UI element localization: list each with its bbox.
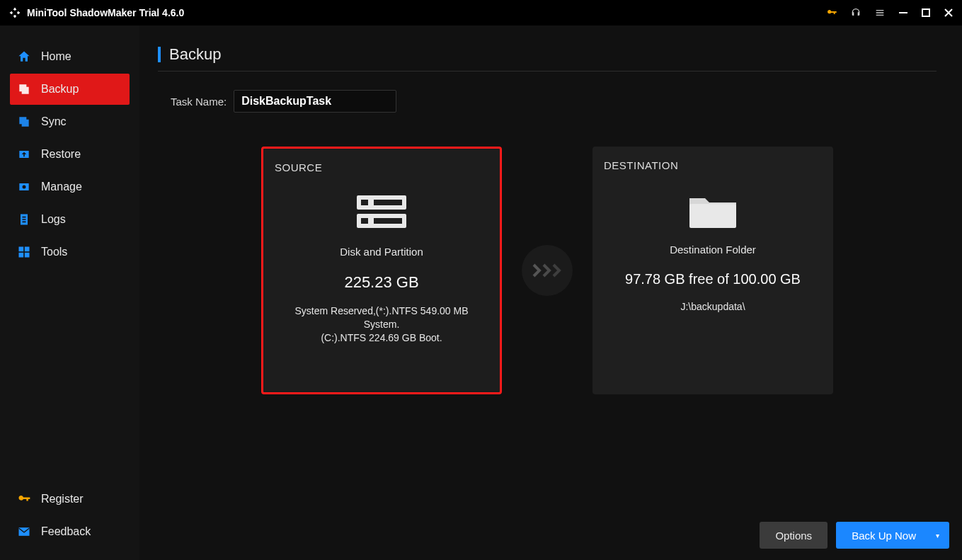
destination-card-title: DESTINATION: [604, 159, 826, 171]
tools-icon: [17, 245, 31, 259]
destination-free-space: 97.78 GB free of 100.00 GB: [600, 271, 826, 287]
titlebar: MiniTool ShadowMaker Trial 4.6.0: [0, 0, 962, 25]
sidebar-item-manage[interactable]: Manage: [10, 171, 130, 202]
destination-card[interactable]: DESTINATION Destination Folder 97.78 GB …: [592, 147, 833, 394]
source-type-label: Disk and Partition: [270, 246, 493, 258]
svg-rect-8: [361, 200, 368, 205]
sync-icon: [17, 115, 31, 129]
svg-rect-1: [922, 9, 929, 16]
header-divider: [158, 71, 937, 72]
disk-icon: [353, 190, 410, 233]
window-maximize-button[interactable]: [921, 8, 931, 18]
titlebar-headset-icon[interactable]: [850, 7, 861, 18]
main-content: Backup Task Name: SOURCE: [139, 25, 962, 560]
sidebar-item-label: Restore: [41, 148, 81, 161]
folder-icon: [685, 188, 741, 231]
home-icon: [17, 50, 31, 64]
svg-rect-9: [374, 200, 402, 205]
restore-icon: [17, 147, 31, 161]
destination-type-label: Destination Folder: [600, 244, 826, 256]
source-card[interactable]: SOURCE Disk and Partition 225.23 GB Syst…: [261, 147, 502, 394]
sidebar-item-sync[interactable]: Sync: [10, 106, 130, 137]
sidebar-item-label: Manage: [41, 181, 82, 193]
backup-now-button-label: Back Up Now: [852, 530, 916, 542]
window-minimize-button[interactable]: [898, 8, 908, 18]
options-button-label: Options: [775, 530, 812, 542]
backup-now-button[interactable]: Back Up Now ▾: [836, 522, 949, 549]
sidebar-item-home[interactable]: Home: [10, 41, 130, 72]
sidebar-item-restore[interactable]: Restore: [10, 139, 130, 170]
sidebar-item-tools[interactable]: Tools: [10, 236, 130, 268]
destination-path: J:\backupdata\: [600, 300, 826, 314]
svg-point-2: [23, 185, 26, 189]
task-name-label: Task Name:: [171, 96, 227, 108]
mail-icon: [17, 525, 31, 539]
sidebar-item-label: Home: [41, 50, 71, 63]
arrow-indicator: [522, 245, 573, 296]
svg-rect-4: [25, 247, 30, 252]
source-card-title: SOURCE: [275, 161, 493, 173]
titlebar-key-icon[interactable]: [826, 7, 837, 18]
sidebar-item-label: Logs: [41, 213, 66, 226]
app-title: MiniTool ShadowMaker Trial 4.6.0: [27, 7, 184, 18]
svg-rect-13: [689, 204, 736, 228]
sidebar-item-feedback[interactable]: Feedback: [10, 516, 130, 547]
svg-rect-5: [19, 253, 24, 258]
sidebar: Home Backup Sync Restore: [0, 25, 139, 560]
options-button[interactable]: Options: [760, 522, 828, 549]
window-close-button[interactable]: [944, 8, 954, 18]
key-icon: [17, 492, 31, 506]
manage-icon: [17, 180, 31, 194]
logs-icon: [17, 212, 31, 227]
caret-down-icon: ▾: [936, 532, 939, 539]
source-size: 225.23 GB: [270, 273, 493, 292]
sidebar-item-label: Sync: [41, 115, 67, 128]
sidebar-item-label: Tools: [41, 246, 67, 258]
sidebar-item-label: Feedback: [41, 525, 91, 538]
svg-rect-3: [19, 247, 24, 252]
svg-rect-6: [25, 253, 30, 258]
sidebar-item-register[interactable]: Register: [10, 484, 130, 515]
svg-rect-11: [361, 218, 368, 224]
sidebar-item-label: Register: [41, 493, 84, 505]
titlebar-menu-icon[interactable]: [874, 7, 886, 18]
app-logo-icon: [8, 6, 21, 19]
page-title: Backup: [169, 45, 221, 64]
source-details: System Reserved,(*:).NTFS 549.00 MB Syst…: [270, 304, 493, 345]
sidebar-item-label: Backup: [41, 83, 79, 96]
svg-rect-12: [374, 218, 402, 224]
task-name-input[interactable]: [234, 90, 396, 113]
sidebar-item-backup[interactable]: Backup: [10, 74, 130, 105]
backup-icon: [17, 82, 31, 96]
page-title-bar: [158, 47, 161, 62]
svg-rect-0: [899, 12, 907, 13]
sidebar-item-logs[interactable]: Logs: [10, 204, 130, 235]
